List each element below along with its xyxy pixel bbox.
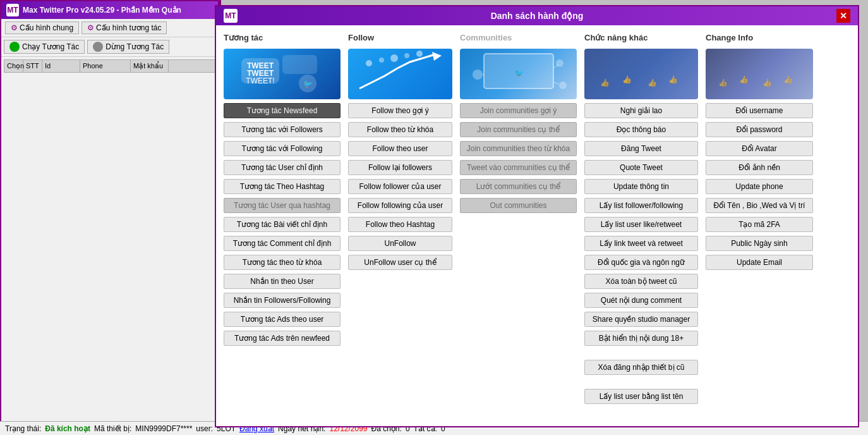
col-chuc-nang: Chức năng khác 👍 👍 👍 👍 Nghi giải lao Đọc…	[584, 33, 698, 419]
col-id: Id	[42, 60, 80, 72]
modal-body: Tương tác TWEET TWEET TWEET! 🐦 Tương tác…	[216, 25, 858, 426]
btn-quet-noi-dung[interactable]: Quét nội dung comment	[584, 293, 698, 308]
btn-lay-link-tweet[interactable]: Lấy link tweet và retweet	[584, 236, 698, 251]
tuong-tac-image: TWEET TWEET TWEET! 🐦	[224, 49, 341, 99]
svg-line-20	[553, 82, 559, 84]
btn-xoa-dang-nhap[interactable]: Xóa đăng nhập thiết bị cũ	[584, 360, 698, 375]
svg-text:👍: 👍	[622, 75, 632, 84]
follow-header: Follow	[348, 33, 452, 42]
svg-text:👍: 👍	[600, 78, 610, 87]
btn-update-email[interactable]: Update Email	[706, 255, 813, 270]
btn-tweet-communities[interactable]: Tweet vào communities cụ thể	[460, 160, 577, 175]
table-area: Chọn STT Id Phone Mật khẩu	[1, 57, 220, 75]
spacer2	[584, 379, 698, 385]
btn-lay-list-follower[interactable]: Lấy list follower/following	[584, 198, 698, 213]
btn-tuong-tac-bai-viet[interactable]: Tương tác Bài viết chỉ định	[224, 217, 341, 232]
btn-nghi-giai-lao[interactable]: Nghi giải lao	[584, 103, 698, 118]
btn-tuong-tac-user-qua-hashtag[interactable]: Tương tác User qua hashtag	[224, 198, 341, 213]
app-toolbar: ⚙ Cấu hình chung ⚙ Cấu hình tương tác	[1, 19, 220, 37]
btn-xoa-tweet-cu[interactable]: Xóa toàn bộ tweet cũ	[584, 274, 698, 289]
ma-thiet-bi-value: MIN9999DF7****	[135, 424, 192, 433]
btn-doi-avatar[interactable]: Đổi Avatar	[706, 141, 813, 156]
svg-point-12	[416, 51, 423, 57]
btn-public-ngay-sinh[interactable]: Public Ngày sinh	[706, 236, 813, 251]
follow-image	[348, 49, 452, 99]
btn-nhan-tin-user[interactable]: Nhắn tin theo User	[224, 274, 341, 289]
modal-logo: MT	[224, 9, 238, 23]
label-ma-thiet-bi: Mã thiết bị:	[94, 424, 131, 433]
svg-marker-7	[432, 52, 442, 61]
spacer1	[584, 350, 698, 356]
btn-follow-goi-y[interactable]: Follow theo gợi ý	[348, 103, 452, 118]
table-header: Chọn STT Id Phone Mật khẩu	[4, 59, 217, 73]
btn-share-quyen-studio[interactable]: Share quyền studio manager	[584, 312, 698, 327]
btn-doi-username[interactable]: Đổi username	[706, 103, 813, 118]
col-chon: Chọn	[4, 60, 23, 72]
btn-update-phone[interactable]: Update phone	[706, 179, 813, 194]
cau-hinh-tuong-tac-btn[interactable]: ⚙ Cấu hình tương tác	[81, 21, 167, 34]
btn-follow-lai-followers[interactable]: Follow lại followers	[348, 160, 452, 175]
app-window: MT Max Twitter Pro v24.05.29 - Phần Mềm …	[0, 0, 221, 435]
btn-tuong-tac-ads-newfeed[interactable]: Tương tác Ads trên newfeed	[224, 331, 341, 346]
app-logo: MT	[6, 4, 19, 16]
btn-join-communities-goi-y[interactable]: Join communities gợi ý	[460, 103, 577, 118]
btn-doi-ten-bio[interactable]: Đổi Tên , Bio ,Wed và Vị trí	[706, 198, 813, 213]
btn-tuong-tac-user-chi-dinh[interactable]: Tương tác User chỉ định	[224, 160, 341, 175]
col-follow: Follow Follow theo gợi ý Follow theo từ …	[348, 33, 452, 419]
btn-lay-list-user-like[interactable]: Lấy list user like/retweet	[584, 217, 698, 232]
btn-doi-anh-nen[interactable]: Đổi ảnh nền	[706, 160, 813, 175]
btn-dang-tweet[interactable]: Đăng Tweet	[584, 141, 698, 156]
btn-tuong-tac-hashtag[interactable]: Tương tác Theo Hashtag	[224, 179, 341, 194]
svg-point-11	[404, 53, 409, 58]
app-titlebar: MT Max Twitter Pro v24.05.29 - Phần Mềm …	[1, 1, 220, 19]
btn-follow-follower-cua-user[interactable]: Follow follower của user	[348, 179, 452, 194]
btn-join-communities-tu-khoa[interactable]: Join communities theo từ khóa	[460, 141, 577, 156]
btn-follow-hashtag[interactable]: Follow theo Hashtag	[348, 217, 452, 232]
btn-luot-communities[interactable]: Lướt communities cụ thể	[460, 179, 577, 194]
svg-text:🐦: 🐦	[303, 79, 312, 89]
btn-out-communities[interactable]: Out communities	[460, 198, 577, 213]
modal-title: Danh sách hành động	[238, 11, 836, 21]
svg-rect-4	[282, 55, 317, 74]
btn-nhan-tin-followers-following[interactable]: Nhắn tin Followers/Following	[224, 293, 341, 308]
btn-tuong-tac-ads-user[interactable]: Tương tác Ads theo user	[224, 312, 341, 327]
btn-tuong-tac-newsfeed[interactable]: Tương tác Newsfeed	[224, 103, 341, 118]
col-mat-khau: Mật khẩu	[131, 60, 169, 72]
chay-tuong-tac-btn[interactable]: Chạy Tương Tác	[4, 40, 85, 54]
communities-header: Communities	[460, 33, 577, 42]
modal-close-btn[interactable]: ✕	[836, 9, 850, 23]
btn-update-thong-tin[interactable]: Update thông tin	[584, 179, 698, 194]
btn-follow-tu-khoa[interactable]: Follow theo từ khóa	[348, 122, 452, 137]
btn-unfollow[interactable]: UnFollow	[348, 236, 452, 251]
btn-quote-tweet[interactable]: Quote Tweet	[584, 160, 698, 175]
svg-text:👍: 👍	[668, 75, 678, 84]
btn-lay-list-user-ten[interactable]: Lấy list user bằng list tên	[584, 389, 698, 404]
btn-tao-ma-2fa[interactable]: Tạo mã 2FA	[706, 217, 813, 232]
btn-follow-user[interactable]: Follow theo user	[348, 141, 452, 156]
col-stt: STT	[23, 60, 42, 72]
svg-point-17	[559, 82, 567, 89]
btn-join-communities-cu-the[interactable]: Join communities cụ thể	[460, 122, 577, 137]
col-phone: Phone	[80, 60, 131, 72]
btn-unfollow-user-cu-the[interactable]: UnFollow user cụ thể	[348, 255, 452, 270]
col-tuong-tac: Tương tác TWEET TWEET TWEET! 🐦 Tương tác…	[224, 33, 341, 419]
svg-text:👍: 👍	[648, 78, 657, 87]
btn-tuong-tac-following[interactable]: Tương tác với Following	[224, 141, 341, 156]
svg-point-8	[366, 60, 372, 66]
svg-point-10	[390, 54, 398, 62]
svg-point-9	[379, 58, 384, 63]
btn-tuong-tac-followers[interactable]: Tương tác với Followers	[224, 122, 341, 137]
trang-thai-value: Đã kích hoạt	[45, 424, 90, 433]
btn-tuong-tac-comment[interactable]: Tương tác Comment chỉ định	[224, 236, 341, 251]
btn-doi-password[interactable]: Đổi password	[706, 122, 813, 137]
label-trang-thai: Trạng thái:	[5, 424, 41, 433]
btn-doi-quoc-gia[interactable]: Đổi quốc gia và ngôn ngữ	[584, 255, 698, 270]
svg-text:👍: 👍	[783, 75, 793, 84]
btn-bat-hien-thi-18[interactable]: Bật hiển thị nội dung 18+	[584, 331, 698, 346]
dung-tuong-tac-btn[interactable]: Dừng Tương Tác	[87, 40, 169, 54]
btn-follow-following-cua-user[interactable]: Follow following của user	[348, 198, 452, 213]
btn-tuong-tac-tu-khoa[interactable]: Tương tác theo từ khóa	[224, 255, 341, 270]
cau-hinh-chung-btn[interactable]: ⚙ Cấu hình chung	[5, 21, 79, 34]
modal-titlebar: MT Danh sách hành động ✕	[216, 6, 858, 25]
btn-doc-thong-bao[interactable]: Đọc thông báo	[584, 122, 698, 137]
